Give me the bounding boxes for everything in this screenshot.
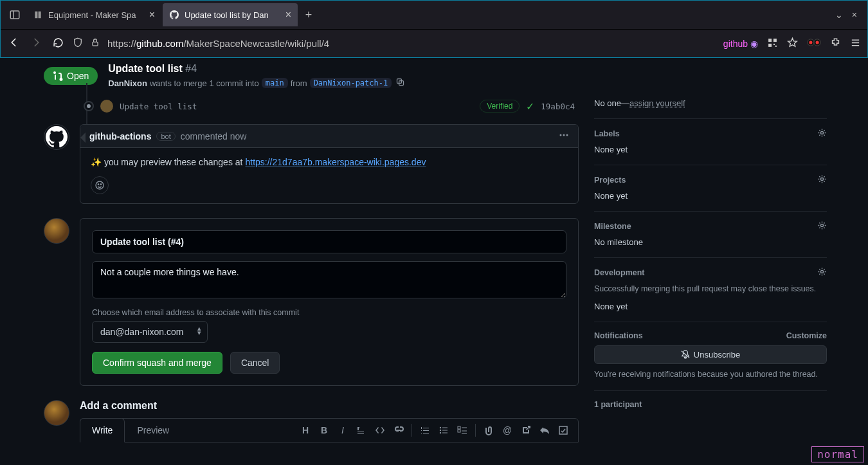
commit-sha[interactable]: 19ab0c4 xyxy=(541,102,575,111)
pr-state-badge: Open xyxy=(44,67,98,85)
reply-icon[interactable] xyxy=(536,422,553,439)
eyes-icon[interactable] xyxy=(807,37,821,50)
svg-point-17 xyxy=(560,134,562,136)
avatar[interactable] xyxy=(44,400,69,426)
select-caret-icon: ▴▾ xyxy=(197,326,201,335)
pr-author[interactable]: DanNixon xyxy=(108,78,147,88)
close-icon[interactable]: × xyxy=(149,9,155,21)
bookmark-icon[interactable] xyxy=(787,37,798,50)
saved-replies-icon[interactable] xyxy=(555,422,572,439)
fingerprint-icon: ◉ xyxy=(750,39,758,49)
bold-icon[interactable]: B xyxy=(316,422,332,439)
menu-icon[interactable] xyxy=(850,37,861,50)
tabs-dropdown-icon[interactable]: ⌄ xyxy=(835,10,843,20)
italic-icon[interactable]: I xyxy=(334,422,351,439)
gear-icon[interactable] xyxy=(817,267,827,278)
tracking-shield-icon[interactable] xyxy=(73,37,83,50)
git-pull-request-icon xyxy=(53,71,63,81)
unsubscribe-button[interactable]: Unsubscribe xyxy=(594,345,827,364)
comment-author[interactable]: github-actions xyxy=(89,131,151,141)
mention-icon[interactable]: @ xyxy=(499,422,516,439)
projects-value: None yet xyxy=(594,191,827,201)
head-branch[interactable]: DanNixon-patch-1 xyxy=(310,78,392,88)
labels-value: None yet xyxy=(594,145,827,154)
commit-dot-icon xyxy=(84,101,94,111)
assignees-value: No one—assign yourself xyxy=(594,98,827,108)
svg-rect-27 xyxy=(458,430,460,432)
bell-slash-icon xyxy=(681,350,690,359)
svg-point-22 xyxy=(100,184,101,185)
browser-tab-active[interactable]: Update tool list by Dan × xyxy=(163,3,298,26)
development-heading: Development xyxy=(594,268,645,277)
sidebar-toggle-icon[interactable] xyxy=(5,5,25,25)
confirm-merge-button[interactable]: Confirm squash and merge xyxy=(92,352,222,374)
back-button[interactable] xyxy=(7,37,21,50)
milestone-value: No milestone xyxy=(594,237,827,247)
tab-write[interactable]: Write xyxy=(80,418,125,442)
svg-rect-5 xyxy=(768,43,772,46)
close-icon[interactable]: × xyxy=(285,9,291,21)
gear-icon[interactable] xyxy=(817,174,827,186)
merge-description-input[interactable] xyxy=(92,261,566,298)
comment-editor: Write Preview H B I xyxy=(80,418,579,442)
commit-message[interactable]: Update tool list xyxy=(120,102,197,111)
svg-rect-3 xyxy=(768,39,772,42)
cross-reference-icon[interactable] xyxy=(518,422,534,439)
preview-link[interactable]: https://21d7aa7b.makerspace-wiki.pages.d… xyxy=(245,157,426,167)
address-bar[interactable]: https://github.com/MakerSpaceNewcastle/w… xyxy=(107,38,716,49)
vim-mode-indicator: normal xyxy=(811,446,864,462)
comment-timestamp: commented now xyxy=(181,131,247,141)
email-select[interactable]: dan@dan-nixon.com xyxy=(92,321,208,343)
heading-icon[interactable]: H xyxy=(297,422,314,439)
book-icon xyxy=(33,10,43,20)
base-branch[interactable]: main xyxy=(262,78,288,88)
avatar[interactable] xyxy=(44,124,69,150)
pr-title: Update tool list #4 xyxy=(108,63,405,75)
cancel-button[interactable]: Cancel xyxy=(230,352,280,374)
link-icon[interactable] xyxy=(390,422,407,439)
window-close-icon[interactable]: × xyxy=(852,10,857,20)
url-path: /MakerSpaceNewcastle/wiki/pull/4 xyxy=(183,38,329,49)
check-icon[interactable]: ✓ xyxy=(526,100,534,113)
reload-button[interactable] xyxy=(51,37,65,50)
customize-link[interactable]: Customize xyxy=(786,331,827,340)
quote-icon[interactable] xyxy=(353,422,370,439)
avatar[interactable] xyxy=(100,100,113,113)
gear-icon[interactable] xyxy=(817,128,827,140)
participants-heading: 1 participant xyxy=(594,400,642,409)
browser-tab-inactive[interactable]: Equipment - Maker Spa × xyxy=(26,3,161,26)
tab-preview[interactable]: Preview xyxy=(125,419,181,442)
add-reaction-button[interactable] xyxy=(91,176,109,194)
gear-icon[interactable] xyxy=(817,221,827,232)
svg-point-25 xyxy=(440,432,441,433)
svg-point-24 xyxy=(440,430,441,431)
url-host: github.com xyxy=(136,38,183,49)
add-comment-heading: Add a comment xyxy=(80,400,579,412)
email-hint: Choose which email address to associate … xyxy=(92,308,566,317)
tab-title: Update tool list by Dan xyxy=(185,10,269,20)
attach-icon[interactable] xyxy=(480,422,497,439)
svg-point-18 xyxy=(563,134,565,136)
assign-yourself-link[interactable]: assign yourself xyxy=(629,98,685,108)
task-list-icon[interactable] xyxy=(454,422,471,439)
code-icon[interactable] xyxy=(372,422,388,439)
merge-title-input[interactable] xyxy=(92,230,566,253)
verified-badge[interactable]: Verified xyxy=(480,100,520,113)
copy-icon[interactable] xyxy=(395,77,405,89)
lock-icon[interactable] xyxy=(91,38,100,49)
avatar[interactable] xyxy=(44,218,69,244)
svg-point-30 xyxy=(820,178,823,180)
svg-rect-6 xyxy=(773,43,775,44)
development-desc: Successfully merging this pull request m… xyxy=(594,284,827,295)
new-tab-button[interactable]: + xyxy=(299,8,318,22)
comment-body: ✨ you may preview these changes at https… xyxy=(91,157,568,167)
qr-icon[interactable] xyxy=(767,37,778,50)
ordered-list-icon[interactable] xyxy=(417,422,433,439)
extensions-icon[interactable] xyxy=(830,37,841,50)
svg-rect-26 xyxy=(458,426,460,429)
container-label: github ◉ xyxy=(723,39,758,49)
kebab-icon[interactable] xyxy=(559,130,569,142)
svg-point-11 xyxy=(816,41,819,44)
forward-button xyxy=(29,37,43,50)
unordered-list-icon[interactable] xyxy=(435,422,452,439)
